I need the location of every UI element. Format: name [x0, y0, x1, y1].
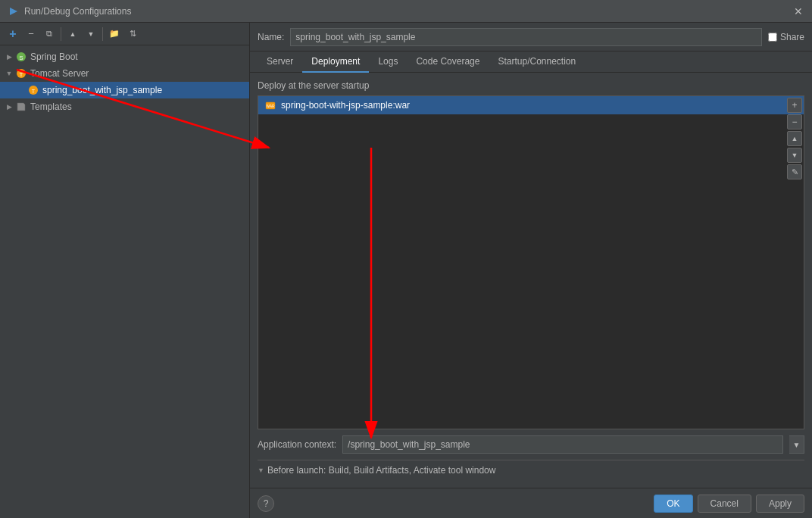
- tree-arrow-jsp-sample: [15, 84, 27, 96]
- tree-arrow-tomcat: ▼: [3, 67, 15, 80]
- before-launch-header[interactable]: ▼ Before launch: Build, Build Artifacts,…: [258, 465, 804, 476]
- deploy-add-button[interactable]: +: [787, 98, 802, 113]
- sort-button[interactable]: ⇅: [124, 26, 141, 42]
- apply-button[interactable]: Apply: [756, 495, 804, 513]
- move-down-button[interactable]: ▼: [83, 26, 99, 42]
- war-icon: WAR: [264, 99, 276, 111]
- cancel-button[interactable]: Cancel: [698, 495, 751, 513]
- app-context-input[interactable]: [342, 435, 783, 454]
- before-launch-section: ▼ Before launch: Build, Build Artifacts,…: [258, 460, 804, 480]
- move-up-button[interactable]: ▲: [64, 26, 81, 42]
- tree-item-tomcat-server[interactable]: ▼ T Tomcat Server: [0, 65, 249, 82]
- deploy-list: WAR spring-boot-with-jsp-sample:war: [258, 96, 804, 429]
- toolbar-separator-1: [61, 27, 61, 41]
- deploy-move-down-button[interactable]: ▼: [787, 148, 802, 163]
- deploy-remove-button[interactable]: −: [787, 114, 802, 130]
- content-area: Deploy at the server startup WAR spring-…: [250, 73, 812, 488]
- deploy-move-up-button[interactable]: ▲: [787, 131, 802, 146]
- tab-code-coverage[interactable]: Code Coverage: [407, 51, 489, 73]
- app-context-label: Application context:: [258, 439, 336, 450]
- tab-deployment[interactable]: Deployment: [302, 51, 369, 73]
- app-context-dropdown[interactable]: ▼: [789, 435, 804, 454]
- deploy-side-buttons: + − ▲ ▼ ✎: [785, 96, 804, 181]
- app-context-row: Application context: ▼: [258, 429, 804, 457]
- tree-container: ▶ S Spring Boot ▼ T Tomc: [0, 45, 249, 518]
- deploy-edit-button[interactable]: ✎: [787, 164, 802, 179]
- share-area: Share: [768, 32, 804, 42]
- svg-text:T: T: [32, 89, 36, 94]
- tab-startup-connection[interactable]: Startup/Connection: [489, 51, 585, 73]
- share-label: Share: [780, 32, 804, 42]
- tree-item-jsp-sample[interactable]: T spring_boot_with_jsp_sample: [0, 82, 249, 98]
- tab-logs[interactable]: Logs: [369, 51, 407, 73]
- spring-boot-label: Spring Boot: [30, 51, 78, 62]
- jsp-sample-icon: T: [27, 84, 39, 96]
- tree-arrow-templates: ▶: [3, 101, 15, 113]
- tomcat-server-label: Tomcat Server: [30, 68, 89, 79]
- title-bar-title: Run/Debug Configurations: [24, 6, 792, 17]
- deploy-at-startup-label: Deploy at the server startup: [258, 80, 804, 91]
- left-panel: + − ⧉ ▲ ▼ 📁 ⇅ ▶ S Spring Boot: [0, 23, 250, 518]
- tree-item-templates[interactable]: ▶ Templates: [0, 98, 249, 115]
- name-label: Name:: [258, 32, 284, 42]
- add-config-button[interactable]: +: [5, 26, 21, 42]
- toolbar: + − ⧉ ▲ ▼ 📁 ⇅: [0, 23, 249, 45]
- remove-config-button[interactable]: −: [23, 26, 39, 42]
- help-button[interactable]: ?: [258, 495, 274, 512]
- copy-config-button[interactable]: ⧉: [41, 26, 58, 42]
- svg-text:S: S: [19, 55, 23, 61]
- deploy-list-container: WAR spring-boot-with-jsp-sample:war + − …: [258, 95, 804, 429]
- templates-icon: [15, 101, 27, 113]
- close-button[interactable]: ✕: [792, 5, 804, 17]
- svg-text:WAR: WAR: [266, 104, 275, 108]
- share-checkbox[interactable]: [768, 33, 777, 42]
- app-icon: [8, 5, 20, 17]
- tabs-bar: Server Deployment Logs Code Coverage Sta…: [250, 51, 812, 73]
- deploy-item-war[interactable]: WAR spring-boot-with-jsp-sample:war: [258, 96, 804, 114]
- tree-item-spring-boot[interactable]: ▶ S Spring Boot: [0, 48, 249, 65]
- before-launch-label: Before launch: Build, Build Artifacts, A…: [267, 465, 496, 476]
- toolbar-separator-2: [102, 27, 103, 41]
- spring-boot-icon: S: [15, 51, 27, 63]
- main-container: + − ⧉ ▲ ▼ 📁 ⇅ ▶ S Spring Boot: [0, 23, 812, 518]
- tree-arrow-spring-boot: ▶: [3, 51, 15, 63]
- war-label: spring-boot-with-jsp-sample:war: [281, 100, 410, 111]
- svg-text:T: T: [20, 71, 23, 78]
- svg-marker-0: [10, 8, 17, 15]
- bottom-bar: ? OK Cancel Apply: [250, 488, 812, 518]
- name-input[interactable]: [290, 28, 762, 46]
- name-row: Name: Share: [250, 23, 812, 51]
- folder-button[interactable]: 📁: [106, 26, 123, 42]
- templates-label: Templates: [30, 101, 72, 112]
- tab-server[interactable]: Server: [258, 51, 302, 73]
- right-panel: Name: Share Server Deployment Logs Code …: [250, 23, 812, 518]
- jsp-sample-label: spring_boot_with_jsp_sample: [42, 85, 162, 95]
- ok-button[interactable]: OK: [654, 495, 692, 513]
- tomcat-server-icon: T: [15, 67, 27, 80]
- bottom-right-buttons: OK Cancel Apply: [654, 495, 804, 513]
- before-launch-arrow-icon: ▼: [258, 467, 264, 474]
- title-bar: Run/Debug Configurations ✕: [0, 0, 812, 23]
